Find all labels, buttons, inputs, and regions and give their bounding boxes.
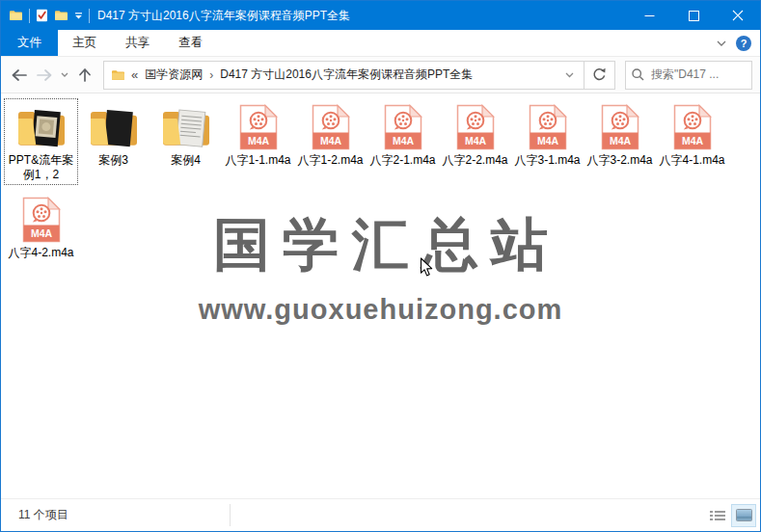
tab-share[interactable]: 共享 [111,30,164,56]
qat-separator [29,9,30,23]
m4a-file-icon: M4A [529,104,567,150]
tab-view[interactable]: 查看 [164,30,217,56]
m4a-badge: M4A [464,135,486,146]
ribbon-tab-bar: 文件 主页 共享 查看 ? [1,30,760,57]
folder-icon [160,106,212,150]
file-list-area[interactable]: M4A PPT&流年案例1，2 [1,93,760,498]
qat-customize-chevron-icon[interactable] [74,13,83,19]
m4a-file-icon: M4A [456,104,495,150]
file-label: 八字2-1.m4a [369,153,435,168]
file-label: 八字2-2.m4a [442,153,507,168]
close-button[interactable] [716,1,760,30]
address-folder-icon [111,69,125,81]
breadcrumb-item-parent[interactable]: 国学资源网 [145,66,203,83]
file-icon: M4A [601,102,639,150]
file-label: 八字3-2.m4a [586,153,652,168]
file-item[interactable]: M4A 八字3-2.m4a [584,99,656,170]
m4a-badge: M4A [609,135,631,146]
file-label: 案例4 [171,153,201,168]
view-toggles [706,505,760,526]
system-folder-icon[interactable] [9,10,23,21]
file-item[interactable]: M4A 案例3 [77,99,149,170]
file-item[interactable]: M4A 八字2-1.m4a [367,99,439,170]
back-button[interactable] [7,62,32,89]
m4a-badge: M4A [319,135,341,146]
breadcrumb-overflow[interactable]: « [125,67,145,82]
m4a-badge: M4A [247,135,269,146]
file-item[interactable]: M4A 八字4-2.m4a [5,192,77,262]
file-label: 八字3-1.m4a [514,153,580,168]
file-label: 案例3 [98,153,128,168]
m4a-badge: M4A [30,227,52,239]
file-icon: M4A [22,195,61,243]
breadcrumb-separator: › [203,68,220,82]
file-label: 八字1-2.m4a [297,153,363,168]
m4a-file-icon: M4A [601,104,639,150]
file-icon: M4A [15,102,68,150]
window-controls [627,1,760,30]
details-view-icon [710,510,725,521]
m4a-file-icon: M4A [22,197,61,243]
up-button[interactable] [72,62,97,89]
recent-locations-button[interactable] [57,62,72,89]
file-icon: M4A [384,102,422,150]
ribbon-right-controls: ? [717,30,760,56]
m4a-file-icon: M4A [673,104,712,150]
navigation-toolbar: « 国学资源网 › D417 方寸山2016八字流年案例课程音频PPT全集 搜索… [1,57,760,93]
close-icon [732,10,744,21]
file-item[interactable]: M4A 八字3-1.m4a [511,99,584,170]
chevron-down-icon [565,72,574,78]
new-folder-qat-icon[interactable] [54,10,68,21]
file-icon: M4A [88,102,140,150]
tab-file[interactable]: 文件 [1,30,58,56]
file-item[interactable]: M4A 八字4-1.m4a [656,99,728,170]
file-grid: M4A PPT&流年案例1，2 [1,93,760,270]
file-item[interactable]: M4A PPT&流年案例1，2 [5,99,77,184]
forward-arrow-icon [36,69,53,81]
m4a-badge: M4A [681,135,703,146]
search-box[interactable]: 搜索"D417 ... [625,61,752,90]
status-divider [230,504,231,526]
address-dropdown-button[interactable] [559,72,580,78]
file-icon: M4A [529,102,567,150]
refresh-icon [592,67,607,82]
details-view-button[interactable] [706,505,729,526]
address-bar[interactable]: « 国学资源网 › D417 方寸山2016八字流年案例课程音频PPT全集 [103,61,584,90]
m4a-file-icon: M4A [239,104,278,150]
file-label: 八字4-2.m4a [8,246,73,260]
properties-qat-icon[interactable] [36,9,48,22]
file-icon: M4A [673,102,712,150]
minimize-button[interactable] [627,1,671,30]
file-item[interactable]: M4A 案例4 [149,99,222,170]
thumbnail-view-icon [736,509,752,521]
minimize-icon [644,11,655,21]
watermark-url: www.guoxuehuizong.com [199,294,563,326]
search-placeholder: 搜索"D417 ... [651,66,719,83]
file-icon: M4A [239,102,278,150]
refresh-button[interactable] [584,61,615,90]
quick-access-toolbar [1,9,90,23]
maximize-icon [689,11,699,21]
search-icon [632,68,644,81]
file-icon: M4A [312,102,350,150]
up-arrow-icon [79,67,91,82]
expand-ribbon-chevron-icon[interactable] [717,40,726,46]
file-item[interactable]: M4A 八字2-2.m4a [439,99,511,170]
help-icon[interactable]: ? [736,36,751,51]
item-count: 11 个项目 [18,507,68,523]
forward-button[interactable] [32,62,57,89]
maximize-button[interactable] [671,1,716,30]
title-bar: D417 方寸山2016八字流年案例课程音频PPT全集 [1,1,760,30]
thumbnail-view-button[interactable] [732,505,755,526]
m4a-badge: M4A [392,135,414,146]
tab-home[interactable]: 主页 [58,30,111,56]
file-item[interactable]: M4A 八字1-1.m4a [222,99,294,170]
file-label: 八字1-1.m4a [225,153,290,168]
file-item[interactable]: M4A 八字1-2.m4a [294,99,367,170]
m4a-badge: M4A [536,135,558,146]
file-icon: M4A [456,102,495,150]
back-arrow-icon [11,69,28,81]
breadcrumb-item-current[interactable]: D417 方寸山2016八字流年案例课程音频PPT全集 [220,66,473,83]
folder-icon [15,106,68,150]
qat-separator [89,9,90,23]
